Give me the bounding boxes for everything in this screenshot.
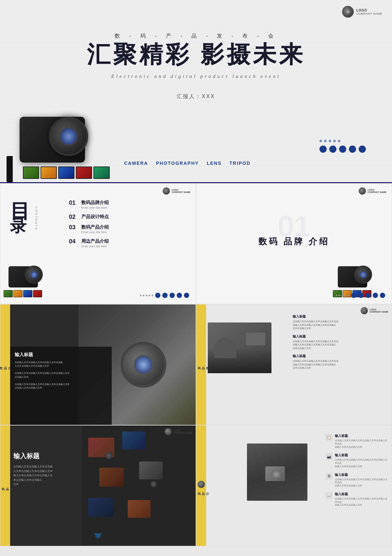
toc-dots xyxy=(140,293,189,298)
slide6-title: 输入标题 xyxy=(13,452,79,460)
dots-row-small xyxy=(319,140,366,142)
slide-toc: LOGO COMPANY NAME 目 录 CONTENTS 01 数码品牌介绍… xyxy=(0,183,196,304)
yellow-sidebar-7: 数码品介 xyxy=(196,426,206,546)
badge-circle-7 xyxy=(198,481,205,488)
section-company: COMPANY NAME xyxy=(368,191,386,193)
hero-dots-decoration xyxy=(319,140,366,153)
slide-content-1: 数品介 输入标题 点击输入文本点击输入文本点击输入文本点击输 入文本点击输入文本… xyxy=(0,304,196,425)
icon-item-2: 📷 输入标题 点击输入文本点击输入文本点击输入文本点击输入文本点击走输入文本点击… xyxy=(325,453,389,468)
icon-title-4: 输入标题 xyxy=(335,492,389,496)
toc-title-4: 周边产品介绍 xyxy=(81,238,109,244)
icon-body-1: 点击输入文本点击输入文本点击输入文本点击输入文本点击走输入文本点击走输入文本 xyxy=(335,439,389,448)
toc-num-2: 02 xyxy=(69,214,78,220)
keyword-tripod: TRIPOD xyxy=(229,161,251,166)
slide7-icon-list: 📋 输入标题 点击输入文本点击输入文本点击输入文本点击输入文本点击走输入文本点击… xyxy=(325,434,389,507)
yellow-sidebar-5: 数码品牌 xyxy=(196,304,206,425)
toc-num-1: 01 xyxy=(69,200,78,206)
entry2-title: 输入标题 xyxy=(293,334,388,339)
toc-company: COMPANY NAME xyxy=(172,191,190,193)
slide-content-3: 数码品牌 LOGO COMPANY NAME 输入标题 xyxy=(0,425,196,546)
toc-sub-1: Enter your title here xyxy=(81,206,109,209)
icon-title-3: 输入标题 xyxy=(335,473,389,477)
hero-main-title: 汇聚精彩 影摄未来 xyxy=(0,43,392,66)
slide6-body: 点击输入文本点击输入文本点击输 入文本点击输入文本点击输入文本 输入文本点击输入… xyxy=(13,464,79,487)
dark-box-title-4: 输入标题 xyxy=(15,352,107,358)
logo-label: LOGO xyxy=(356,9,382,12)
slide6-logo: LOGO COMPANY NAME xyxy=(165,428,192,435)
section-title: 数码 品牌 介绍 xyxy=(258,236,330,247)
icon-item-3: ☰ 输入标题 点击输入文本点击输入文本点击输入文本点击输入文本点击走输入文本点击… xyxy=(325,473,389,487)
slide5-entry-2: 输入标题 点击输入文本点击输入文本点击输入文本点击击输入文本点击输入文本输入文本… xyxy=(293,334,388,350)
slide-section-cover: LOGO COMPANY NAME 01 数码 品牌 介绍 xyxy=(196,183,392,304)
toc-title-2: 产品设计特点 xyxy=(81,214,109,220)
slide6-content: 输入标题 点击输入文本点击输入文本点击输 入文本点击输入文本点击输入文本 输入文… xyxy=(13,452,79,487)
yellow-sidebar-6: 数码品牌 xyxy=(0,426,10,546)
slide-content-4: 数码品介 📋 输入标题 点击输入文本点击输入文本点击输入文本点击输入文本点击走输… xyxy=(196,425,392,546)
film-img-1 xyxy=(23,166,39,179)
keyword-camera: CAMERA xyxy=(124,161,148,166)
icon-item-1: 📋 输入标题 点击输入文本点击输入文本点击输入文本点击输入文本点击走输入文本点击… xyxy=(325,434,389,448)
toc-title-1: 数码品牌介绍 xyxy=(81,200,109,206)
toc-item-3: 03 数码产品介绍 Enter your title here xyxy=(69,224,109,234)
hero-keywords: CAMERA PHOTOGRAPHY LENS TRIPOD xyxy=(124,161,251,166)
toc-title-3: 数码产品介绍 xyxy=(81,224,109,230)
slide5-entry-3: 输入标题 点击输入文本点击输入文本点击输入文本点击击输入文本点击输入文本输入文本… xyxy=(293,354,388,370)
section-logo-label: LOGO xyxy=(368,189,386,191)
yellow-sidebar-4: 数品介 xyxy=(0,304,10,425)
dots-row-big xyxy=(319,146,366,153)
film-images xyxy=(23,166,110,179)
entry2-body: 点击输入文本点击输入文本点击输入文本点击击输入文本点击输入文本输入文本点击输入文… xyxy=(293,340,388,350)
keyword-photography: PHOTOGRAPHY xyxy=(156,161,199,166)
sidebar-text-7: 数码品介 xyxy=(196,490,210,491)
section-logo-icon xyxy=(359,187,366,195)
section-dots xyxy=(336,293,385,298)
chevron-icon xyxy=(93,533,103,539)
toc-sub-4: Enter your title here xyxy=(81,245,109,248)
film-strip xyxy=(7,156,131,182)
slide5-text-entries: 输入标题 点击输入文本点击输入文本点击输入文本点击击输入文本点击输入文本输入文本… xyxy=(293,314,388,370)
film-img-5 xyxy=(93,166,110,179)
entry1-body: 点击输入文本点击输入文本点击输入文本点击击输入文本点击输入文本输入文本点击输入文… xyxy=(293,320,388,330)
slide5-entry-1: 输入标题 点击输入文本点击输入文本点击输入文本点击击输入文本点击输入文本输入文本… xyxy=(293,314,388,330)
entry1-title: 输入标题 xyxy=(293,314,388,319)
toc-num-4: 04 xyxy=(69,238,78,244)
icon-2: 📷 xyxy=(325,453,333,460)
slide5-photo xyxy=(208,322,271,373)
dark-text-box-4: 输入标题 点击输入文本点击输入文本点击输入文本点击输 入文本点击输入文本点击输入… xyxy=(10,347,112,425)
toc-logo: LOGO COMPANY NAME xyxy=(163,187,190,195)
toc-item-4: 04 周边产品介绍 Enter your title here xyxy=(69,238,109,248)
icon-body-2: 点击输入文本点击输入文本点击输入文本点击输入文本点击走输入文本点击走输入文本 xyxy=(335,458,389,468)
slides-grid: LOGO COMPANY NAME 目 录 CONTENTS 01 数码品牌介绍… xyxy=(0,183,392,546)
hero-subtitle: 数 - 码 - 产 - 品 - 发 - 布 - 会 xyxy=(0,33,392,40)
toc-title-block: 目 录 xyxy=(10,201,30,234)
logo-icon xyxy=(342,6,354,18)
toc-camera-thumb xyxy=(0,255,59,297)
keyword-lens: LENS xyxy=(207,161,221,166)
toc-contents-label: CONTENTS xyxy=(35,206,38,231)
icon-body-3: 点击输入文本点击输入文本点击输入文本点击输入文本点击走输入文本点击走输入文本 xyxy=(335,478,389,487)
icon-item-4: 📖 输入标题 点击输入文本点击输入文本点击输入文本点击输入文本点击走输入文本点击… xyxy=(325,492,389,507)
hero-en-title: Electronic and digital product launch ev… xyxy=(0,74,392,79)
camera-lens xyxy=(49,117,88,156)
film-img-4 xyxy=(76,166,92,179)
slide5-logo: LOGO COMPANY NAME xyxy=(361,307,388,314)
toc-items: 01 数码品牌介绍 Enter your title here 02 产品设计特… xyxy=(69,200,109,248)
icon-title-1: 输入标题 xyxy=(335,434,389,438)
sidebar-text-6: 数码品牌 xyxy=(0,485,14,486)
icon-1: 📋 xyxy=(325,434,333,441)
icon-3: ☰ xyxy=(325,473,333,480)
hero-logo: LOGO COMPANY NAME xyxy=(342,6,382,18)
section-logo: LOGO COMPANY NAME xyxy=(359,187,386,195)
slide-hero: LOGO COMPANY NAME 数 - 码 - 产 - 品 - 发 - 布 … xyxy=(0,0,392,183)
toc-sub-3: Enter your title here xyxy=(81,231,109,234)
section-camera-thumb xyxy=(330,258,388,297)
slide-content-2: 数码品牌 LOGO COMPANY NAME 输入标题 点击输入文本点击输入文本… xyxy=(196,304,392,425)
icon-body-4: 点击输入文本点击输入文本点击输入文本点击输入文本点击走输入文本点击走输入文本 xyxy=(335,497,389,507)
toc-item-1: 01 数码品牌介绍 Enter your title here xyxy=(69,200,109,209)
toc-logo-icon xyxy=(163,187,170,195)
toc-num-3: 03 xyxy=(69,224,78,230)
entry3-title: 输入标题 xyxy=(293,354,388,358)
entry3-body: 点击输入文本点击输入文本点击输入文本点击击输入文本点击输入文本输入文本点击输入文… xyxy=(293,359,388,370)
toc-item-2: 02 产品设计特点 xyxy=(69,214,109,220)
film-img-3 xyxy=(58,166,74,179)
